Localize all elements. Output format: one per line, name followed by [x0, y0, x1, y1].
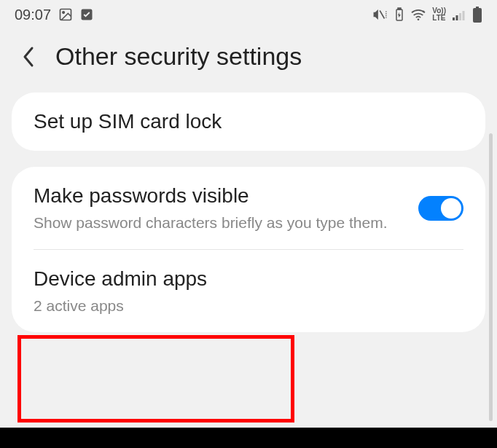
status-right: Vo))LTE	[372, 7, 482, 23]
wifi-icon	[410, 8, 426, 21]
app-bar: Other security settings	[0, 29, 497, 93]
device-admin-apps-item[interactable]: Device admin apps 2 active apps	[12, 250, 485, 332]
scrollbar[interactable]	[489, 133, 493, 421]
card-passwords: Make passwords visible Show password cha…	[12, 167, 485, 331]
sim-card-lock-item[interactable]: Set up SIM card lock	[12, 93, 485, 151]
list-item-title: Set up SIM card lock	[34, 109, 463, 135]
content: Set up SIM card lock Make passwords visi…	[0, 93, 497, 332]
signal-icon	[452, 9, 466, 20]
list-item-subtitle: 2 active apps	[34, 296, 463, 316]
svg-rect-6	[398, 8, 401, 9]
svg-point-7	[418, 18, 420, 20]
svg-line-3	[380, 11, 385, 19]
back-button[interactable]	[22, 46, 35, 68]
list-item-subtitle: Show password characters briefly as you …	[34, 213, 404, 233]
volte-icon: Vo))LTE	[432, 7, 446, 22]
card-sim-lock: Set up SIM card lock	[12, 93, 485, 151]
status-time: 09:07	[15, 7, 51, 23]
svg-point-1	[63, 12, 65, 13]
svg-rect-12	[476, 7, 479, 8]
svg-rect-13	[473, 8, 482, 23]
list-item-title: Device admin apps	[34, 266, 463, 292]
svg-rect-10	[459, 13, 461, 20]
toggle-knob	[441, 198, 461, 219]
image-icon	[58, 7, 73, 22]
mute-vibrate-icon	[372, 8, 388, 21]
status-left: 09:07	[15, 7, 93, 23]
battery-icon	[472, 7, 482, 23]
checkbox-icon	[80, 8, 93, 21]
svg-rect-9	[456, 15, 458, 20]
status-bar: 09:07	[0, 0, 497, 29]
svg-rect-8	[453, 17, 455, 20]
bottom-bar	[0, 428, 497, 448]
battery-saver-icon	[394, 7, 404, 22]
highlight-annotation	[17, 335, 294, 423]
list-item-title: Make passwords visible	[34, 183, 404, 209]
passwords-visible-toggle[interactable]	[418, 196, 463, 221]
svg-rect-11	[463, 11, 465, 20]
make-passwords-visible-item[interactable]: Make passwords visible Show password cha…	[12, 167, 485, 249]
page-title: Other security settings	[55, 42, 302, 71]
